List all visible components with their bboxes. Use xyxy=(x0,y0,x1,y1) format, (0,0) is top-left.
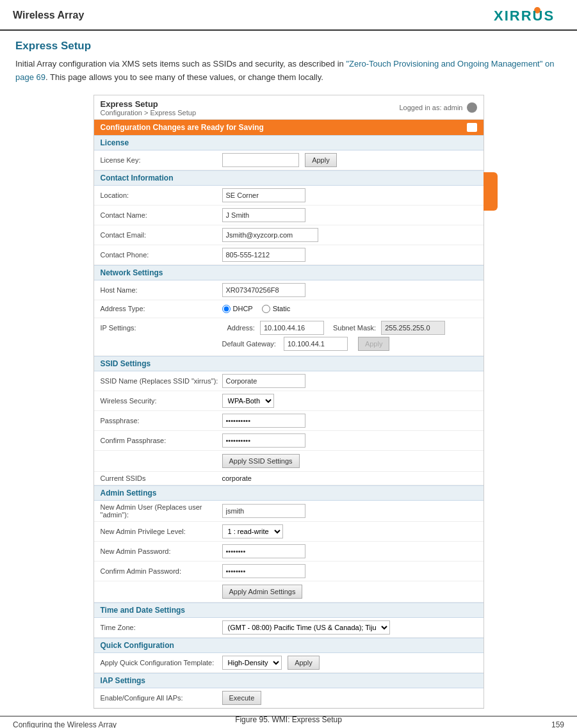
new-admin-password-row: New Admin Password: xyxy=(94,542,484,562)
contact-email-control xyxy=(222,228,477,242)
location-label: Location: xyxy=(101,191,222,199)
wireless-security-select[interactable]: WPA-Both xyxy=(223,394,273,407)
time-date-header: Time and Date Settings xyxy=(94,603,484,618)
new-admin-password-input[interactable] xyxy=(222,544,305,558)
current-ssids-row: Current SSIDs corporate xyxy=(94,472,484,485)
apply-ssid-button[interactable]: Apply SSID Settings xyxy=(222,454,300,468)
time-zone-label: Time Zone: xyxy=(101,624,222,631)
contact-phone-row: Contact Phone: xyxy=(94,245,484,265)
ssid-name-label: SSID Name (Replaces SSID "xirrus"): xyxy=(101,377,222,385)
new-admin-password-control xyxy=(222,544,477,558)
ui-title: Express Setup xyxy=(101,99,197,109)
wireless-security-label: Wireless Security: xyxy=(101,397,222,405)
wireless-security-select-wrap: WPA-Both xyxy=(222,394,274,408)
dhcp-radio-label[interactable]: DHCP xyxy=(222,305,253,313)
time-zone-select[interactable]: (GMT - 08:00) Pacific Time (US & Canada)… xyxy=(223,621,389,634)
dhcp-radio[interactable] xyxy=(222,305,231,313)
contact-phone-input[interactable] xyxy=(222,248,305,262)
admin-header: Admin Settings xyxy=(94,485,484,501)
apply-admin-button[interactable]: Apply Admin Settings xyxy=(222,585,303,599)
time-date-section: Time and Date Settings Time Zone: (GMT -… xyxy=(94,603,484,638)
license-section: License License Key: Apply xyxy=(94,135,484,170)
iap-header: IAP Settings xyxy=(94,673,484,688)
static-radio-label[interactable]: Static xyxy=(262,305,291,313)
intro-text-2: . This page allows you to see many of th… xyxy=(45,72,323,82)
express-setup-title: Express Setup xyxy=(15,40,562,53)
new-admin-user-label: New Admin User (Replaces user "admin"): xyxy=(101,503,222,519)
new-admin-user-input[interactable] xyxy=(222,504,305,518)
license-apply-button[interactable]: Apply xyxy=(305,153,337,167)
license-header: License xyxy=(94,135,484,150)
subnet-label: Subnet Mask: xyxy=(333,324,376,332)
ip-address-row: IP Settings: Address: Subnet Mask: xyxy=(101,321,477,335)
new-admin-password-label: New Admin Password: xyxy=(101,547,222,555)
confirm-admin-password-label: Confirm Admin Password: xyxy=(101,567,222,575)
quick-config-apply-button[interactable]: Apply xyxy=(288,656,320,670)
privilege-level-label: New Admin Privilege Level: xyxy=(101,528,222,535)
ui-header-left: Express Setup Configuration > Express Se… xyxy=(101,99,197,117)
quick-config-header: Quick Configuration xyxy=(94,638,484,653)
execute-button[interactable]: Execute xyxy=(222,691,262,705)
passphrase-input[interactable] xyxy=(222,414,305,428)
ssid-section: SSID Settings SSID Name (Replaces SSID "… xyxy=(94,356,484,485)
notif-text: Configuration Changes are Ready for Savi… xyxy=(101,123,264,132)
template-select[interactable]: High-Density xyxy=(223,656,281,669)
host-name-control xyxy=(222,283,477,297)
ssid-name-input[interactable] xyxy=(222,374,305,388)
apply-ssid-row: Apply SSID Settings xyxy=(94,451,484,472)
xirrus-logo: XIRRUS xyxy=(494,5,564,26)
license-key-input[interactable] xyxy=(222,153,299,167)
ui-header-right: Logged in as: admin xyxy=(399,102,476,113)
privilege-level-row: New Admin Privilege Level: 1 : read-writ… xyxy=(94,522,484,542)
save-icon[interactable] xyxy=(467,123,477,132)
current-ssids-label: Current SSIDs xyxy=(101,474,222,482)
passphrase-control xyxy=(222,414,477,428)
address-type-row: Address Type: DHCP Static xyxy=(94,300,484,318)
confirm-admin-password-input[interactable] xyxy=(222,564,305,578)
contact-phone-control xyxy=(222,248,477,262)
logged-in-text: Logged in as: admin xyxy=(399,104,462,111)
privilege-level-control: 1 : read-write xyxy=(222,524,477,538)
ssid-header: SSID Settings xyxy=(94,356,484,371)
page-title: Wireless Array xyxy=(13,10,84,21)
passphrase-row: Passphrase: xyxy=(94,411,484,431)
time-zone-select-wrap: (GMT - 08:00) Pacific Time (US & Canada)… xyxy=(222,620,390,635)
privilege-level-select[interactable]: 1 : read-write xyxy=(223,525,282,538)
new-admin-user-control xyxy=(222,504,477,518)
ssid-name-control xyxy=(222,374,477,388)
contact-name-input[interactable] xyxy=(222,208,305,222)
gear-icon[interactable] xyxy=(467,102,477,113)
contact-name-label: Contact Name: xyxy=(101,211,222,219)
iap-section: IAP Settings Enable/Configure All IAPs: … xyxy=(94,673,484,708)
address-input[interactable] xyxy=(260,321,324,335)
network-apply-button[interactable]: Apply xyxy=(358,337,390,351)
gateway-label: Default Gateway: xyxy=(222,340,276,348)
wireless-security-row: Wireless Security: WPA-Both xyxy=(94,391,484,411)
contact-email-row: Contact Email: xyxy=(94,225,484,245)
contact-email-input[interactable] xyxy=(222,228,318,242)
current-ssids-value: corporate xyxy=(222,474,252,482)
apply-template-label: Apply Quick Configuration Template: xyxy=(101,659,222,667)
host-name-row: Host Name: xyxy=(94,280,484,300)
logo: XIRRUS xyxy=(494,5,564,26)
static-radio[interactable] xyxy=(262,305,270,313)
enable-iap-label: Enable/Configure All IAPs: xyxy=(101,694,222,702)
svg-text:XIRRUS: XIRRUS xyxy=(494,8,555,24)
confirm-passphrase-input[interactable] xyxy=(222,433,305,448)
contact-email-label: Contact Email: xyxy=(101,231,222,239)
wireless-security-control: WPA-Both xyxy=(222,394,477,408)
gateway-input[interactable] xyxy=(284,337,348,351)
host-name-input[interactable] xyxy=(222,283,305,297)
execute-control: Execute xyxy=(222,691,477,705)
contact-section: Contact Information Location: Contact Na… xyxy=(94,170,484,265)
contact-name-control xyxy=(222,208,477,222)
address-type-control: DHCP Static xyxy=(222,305,477,313)
orange-tab xyxy=(484,172,498,211)
network-section: Network Settings Host Name: Address Type… xyxy=(94,265,484,356)
subnet-input[interactable] xyxy=(381,321,445,335)
quick-config-row: Apply Quick Configuration Template: High… xyxy=(94,653,484,673)
location-input[interactable] xyxy=(222,188,305,202)
passphrase-label: Passphrase: xyxy=(101,417,222,425)
execute-row: Enable/Configure All IAPs: Execute xyxy=(94,688,484,708)
license-key-control: Apply xyxy=(222,153,477,167)
